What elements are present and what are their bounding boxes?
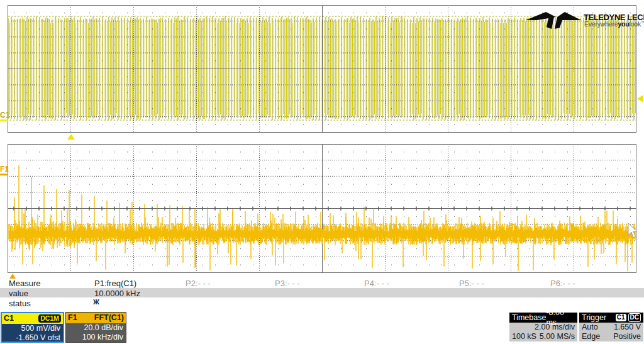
trigger-type: Edge xyxy=(582,332,600,341)
trigger-level: 1.650 V xyxy=(614,323,641,332)
f1-vertical-scale: 20.0 dB/div xyxy=(66,323,126,333)
measure-row-header: Measure xyxy=(9,279,41,288)
f1-zero-level-bar xyxy=(0,174,8,175)
p1-status-icon: Ж xyxy=(93,298,99,306)
f1-box-name: F1 xyxy=(68,313,77,323)
p1-frequency-value: 10.0000 kHz xyxy=(94,289,140,298)
trigger-box[interactable]: Trigger C1 DC Auto 1.650 V Edge Positive xyxy=(579,313,643,341)
measure-p6[interactable]: P6:- - - xyxy=(550,279,575,288)
f1-descriptor-box[interactable]: F1 FFT(C1) 20.0 dB/div 100 kHz/div xyxy=(65,312,126,343)
measure-p3[interactable]: P3:- - - xyxy=(275,279,300,288)
tagline-look: look xyxy=(630,20,641,28)
trigger-source-chip: C1 xyxy=(616,314,626,321)
f1-zero-level-marker[interactable]: F1 xyxy=(0,165,9,173)
timebase-samples: 100 kS xyxy=(512,332,536,341)
value-row-header: value xyxy=(9,289,28,298)
tagline-tm: ™ xyxy=(641,20,644,25)
c1-coupling-badge: DC1M xyxy=(38,314,61,323)
fft-waveform-grid[interactable] xyxy=(8,144,636,273)
trigger-position-marker[interactable] xyxy=(67,134,75,140)
c1-vertical-scale: 500 mV/div xyxy=(2,324,63,333)
trigger-slope: Positive xyxy=(613,332,641,341)
measure-p2[interactable]: P2:- - - xyxy=(186,279,211,288)
measure-p1[interactable]: P1:freq(C1) xyxy=(94,279,136,288)
f1-function-label: FFT(C1) xyxy=(94,313,124,323)
f1-horizontal-scale: 100 kHz/div xyxy=(66,333,126,342)
trigger-label: Trigger xyxy=(582,313,606,323)
measure-p4[interactable]: P4:- - - xyxy=(364,279,389,288)
trigger-mode: Auto xyxy=(582,323,598,332)
status-row-header: status xyxy=(9,299,31,308)
mouse-cursor xyxy=(628,223,640,239)
trigger-level-marker[interactable] xyxy=(637,95,643,103)
timebase-samplerate: 5.00 MS/s xyxy=(540,332,575,341)
timebase-box[interactable]: Timebase -8.00 ms 2.00 ms/div 100 kS 5.0… xyxy=(509,313,577,341)
c1-offset: -1.650 V ofst xyxy=(2,333,63,343)
c1-box-name: C1 xyxy=(4,313,14,324)
tagline-you: you xyxy=(618,20,629,28)
c1-zero-level-bar xyxy=(0,119,8,121)
timebase-label: Timebase xyxy=(512,313,546,323)
teledyne-lecroy-logo-icon xyxy=(525,10,582,30)
oscilloscope-screen: C1 F1 TELEDYNELECROY Everywhereyoulook™ … xyxy=(0,0,644,344)
brand-tagline: Everywhereyoulook™ xyxy=(584,20,644,28)
trigger-coupling-chip: DC xyxy=(628,313,641,322)
measure-p5[interactable]: P5:- - - xyxy=(459,279,484,288)
timebase-scale: 2.00 ms/div xyxy=(535,323,575,332)
teledyne-lecroy-logo: TELEDYNELECROY Everywhereyoulook™ xyxy=(521,8,641,30)
c1-descriptor-box[interactable]: C1 DC1M 500 mV/div -1.650 V ofst xyxy=(1,312,64,343)
fft-origin-marker[interactable] xyxy=(9,274,16,279)
c1-zero-level-marker[interactable]: C1 xyxy=(0,111,9,119)
tagline-everywhere: Everywhere xyxy=(584,20,618,28)
